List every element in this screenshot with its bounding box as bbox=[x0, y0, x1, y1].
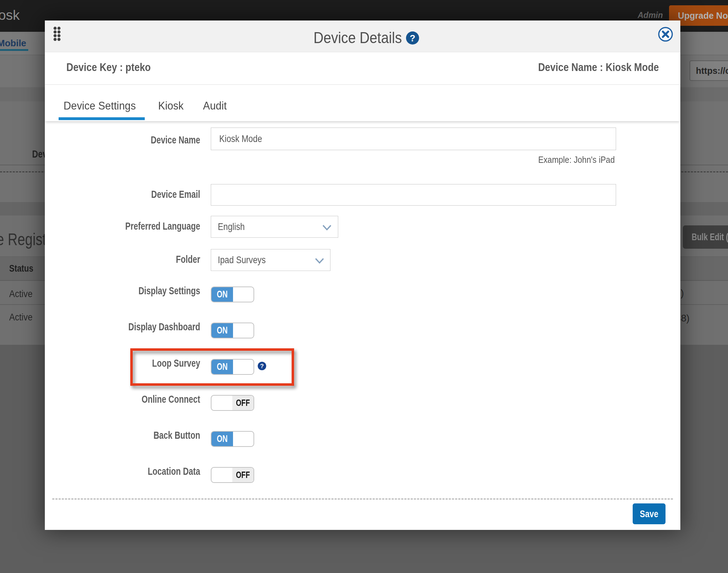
svg-text:?: ? bbox=[410, 33, 416, 43]
